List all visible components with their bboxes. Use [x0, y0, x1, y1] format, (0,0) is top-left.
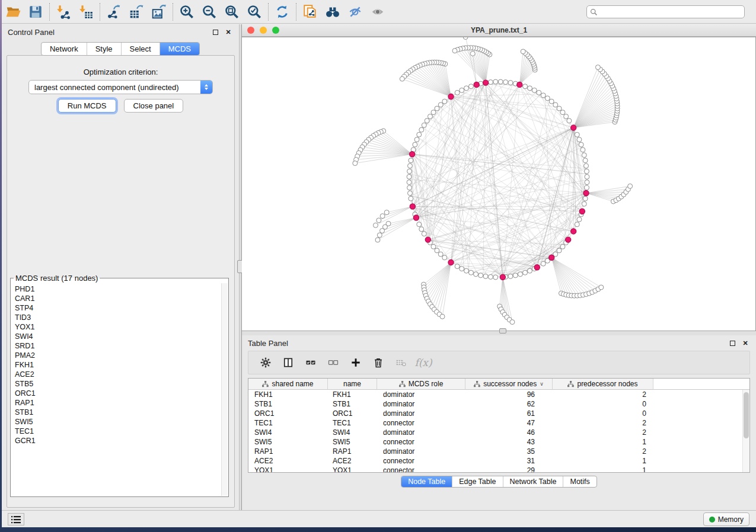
- column-header-predecessor-nodes[interactable]: predecessor nodes: [553, 379, 653, 390]
- memory-button[interactable]: Memory: [703, 512, 749, 526]
- mcds-dominator-node[interactable]: [483, 80, 489, 85]
- mcds-node-item[interactable]: TID3: [15, 313, 221, 322]
- create-column-button[interactable]: [344, 354, 367, 371]
- export-network-button[interactable]: [103, 2, 125, 21]
- network-node[interactable]: [428, 114, 432, 119]
- network-node[interactable]: [575, 132, 579, 137]
- network-node[interactable]: [584, 164, 589, 168]
- mcds-node-item[interactable]: SRD1: [15, 341, 221, 351]
- export-image-button[interactable]: [148, 2, 170, 21]
- network-node[interactable]: [407, 180, 412, 185]
- column-header-successor-nodes[interactable]: successor nodes∨: [465, 379, 553, 390]
- network-node[interactable]: [464, 268, 468, 273]
- tab-select[interactable]: Select: [121, 43, 160, 55]
- table-scrollbar-thumb[interactable]: [744, 392, 749, 438]
- leaf-node[interactable]: [599, 285, 604, 290]
- network-node[interactable]: [409, 158, 413, 163]
- network-node[interactable]: [508, 274, 513, 278]
- tab-motifs[interactable]: Motifs: [563, 476, 596, 487]
- network-node[interactable]: [438, 102, 443, 107]
- mcds-dominator-node[interactable]: [517, 82, 522, 87]
- mcds-dominator-node[interactable]: [579, 209, 585, 214]
- network-node[interactable]: [442, 255, 447, 260]
- network-node[interactable]: [422, 232, 426, 236]
- table-row-YOX1[interactable]: YOX1YOX1connector291: [248, 466, 749, 473]
- leaf-node[interactable]: [375, 238, 380, 242]
- column-header-shared-name[interactable]: shared name: [248, 379, 328, 390]
- mcds-node-item[interactable]: TEC1: [15, 427, 221, 436]
- table-row-ORC1[interactable]: ORC1ORC1dominator610: [248, 409, 749, 418]
- hide-selected-button[interactable]: [344, 2, 366, 21]
- mcds-dominator-node[interactable]: [500, 274, 505, 280]
- mcds-node-item[interactable]: ACE2: [15, 370, 221, 379]
- search-input[interactable]: [586, 5, 745, 18]
- network-node[interactable]: [419, 127, 424, 132]
- mcds-dominator-node[interactable]: [448, 94, 454, 99]
- network-node[interactable]: [537, 90, 541, 95]
- network-node[interactable]: [407, 174, 412, 179]
- leaf-node[interactable]: [380, 229, 385, 233]
- zoom-in-button[interactable]: [176, 2, 198, 21]
- network-node[interactable]: [582, 153, 586, 158]
- network-node[interactable]: [541, 93, 546, 98]
- leaf-node[interactable]: [463, 37, 468, 40]
- leaf-node[interactable]: [377, 218, 381, 223]
- mcds-dominator-node[interactable]: [549, 255, 554, 260]
- network-node[interactable]: [460, 88, 464, 92]
- table-row-ACE2[interactable]: ACE2ACE2connector311: [248, 456, 749, 466]
- criterion-dropdown[interactable]: largest connected component (undirected): [28, 80, 213, 94]
- open-file-button[interactable]: [2, 2, 24, 21]
- mcds-dominator-node[interactable]: [425, 237, 430, 242]
- network-node[interactable]: [409, 196, 413, 201]
- mcds-node-item[interactable]: YOX1: [15, 322, 221, 332]
- save-session-button[interactable]: [24, 2, 47, 21]
- export-table-button[interactable]: [125, 2, 148, 21]
- leaf-node[interactable]: [470, 51, 475, 56]
- deselect-all-rows-button[interactable]: [322, 354, 344, 371]
- close-table-panel-button[interactable]: ✕: [741, 338, 750, 348]
- network-node[interactable]: [483, 274, 488, 278]
- table-row-STB1[interactable]: STB1STB1dominator620: [248, 399, 749, 409]
- zoom-out-button[interactable]: [198, 2, 221, 21]
- network-node[interactable]: [498, 79, 503, 84]
- network-node[interactable]: [442, 99, 447, 104]
- tab-mcds[interactable]: MCDS: [160, 43, 199, 55]
- network-node[interactable]: [455, 90, 460, 95]
- mcds-node-item[interactable]: SWI4: [15, 332, 221, 341]
- leaf-node[interactable]: [452, 49, 457, 53]
- table-row-FKH1[interactable]: FKH1FKH1dominator962: [248, 390, 749, 399]
- tab-network-table[interactable]: Network Table: [503, 476, 563, 487]
- network-node[interactable]: [419, 227, 424, 232]
- tab-node-table[interactable]: Node Table: [401, 476, 452, 487]
- network-node[interactable]: [584, 185, 589, 190]
- float-table-panel-button[interactable]: [728, 338, 737, 348]
- network-node[interactable]: [541, 261, 546, 266]
- network-node[interactable]: [560, 244, 565, 249]
- network-node[interactable]: [584, 169, 589, 174]
- show-all-button[interactable]: [366, 2, 389, 21]
- select-all-rows-button[interactable]: [299, 354, 322, 371]
- network-node[interactable]: [513, 273, 518, 278]
- network-node[interactable]: [580, 148, 585, 152]
- network-node[interactable]: [582, 201, 586, 206]
- network-node[interactable]: [438, 252, 443, 257]
- network-node[interactable]: [564, 114, 569, 119]
- network-node[interactable]: [468, 270, 473, 275]
- column-header-MCDS-role[interactable]: MCDS role: [377, 379, 465, 390]
- table-scrollbar[interactable]: [742, 390, 749, 472]
- mcds-node-item[interactable]: FKH1: [15, 360, 221, 370]
- leaf-node[interactable]: [440, 314, 445, 319]
- network-node[interactable]: [407, 185, 412, 190]
- float-panel-button[interactable]: [210, 27, 220, 37]
- mcds-node-item[interactable]: GCR1: [15, 436, 221, 446]
- network-node[interactable]: [557, 248, 562, 253]
- mcds-node-item[interactable]: STB5: [15, 379, 221, 389]
- network-node[interactable]: [503, 80, 508, 85]
- refresh-view-button[interactable]: [271, 2, 294, 21]
- network-node[interactable]: [455, 264, 460, 269]
- mcds-list-scrollbar[interactable]: [221, 283, 228, 496]
- mcds-dominator-node[interactable]: [571, 125, 576, 130]
- leaf-node[interactable]: [373, 223, 378, 227]
- mcds-dominator-node[interactable]: [410, 204, 415, 209]
- table-settings-button[interactable]: [254, 354, 277, 371]
